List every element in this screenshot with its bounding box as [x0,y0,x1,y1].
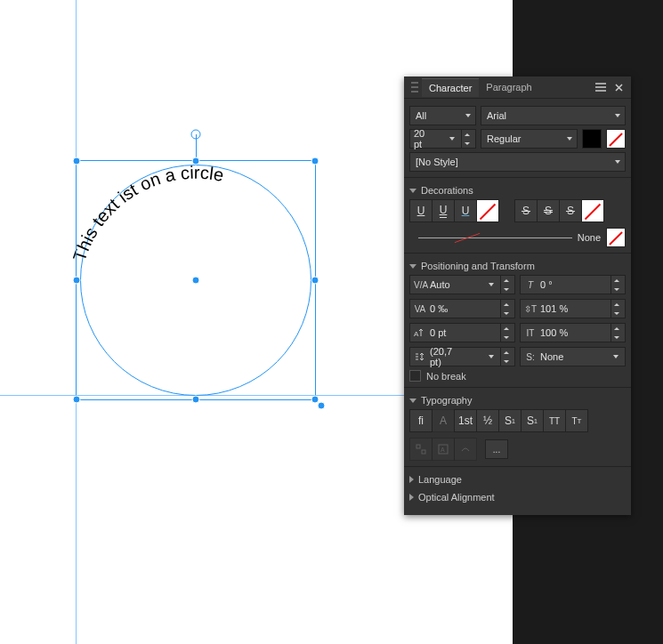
font-collection-dropdown[interactable]: All [409,106,476,125]
handle-bm[interactable] [192,396,200,404]
shear-field[interactable]: T0 ° [520,275,626,294]
handle-tr[interactable] [311,157,319,165]
double-strike-button[interactable]: S [537,199,560,222]
character-panel: Character Paragraph All Arial 20 pt Regu… [404,76,631,515]
subscript-button[interactable]: S1 [521,409,544,432]
section-positioning[interactable]: Positioning and Transform [409,261,626,271]
handle-tl[interactable] [73,157,81,165]
char-style-dropdown[interactable]: [No Style] [409,152,626,172]
no-break-checkbox[interactable] [409,370,421,382]
section-decorations[interactable]: Decorations [409,185,626,196]
decoration-preview [418,231,572,244]
underline-button[interactable]: U [409,199,433,222]
text-stroke-swatch[interactable] [606,129,626,149]
no-break-label: No break [426,371,466,382]
vscale-field[interactable]: IT100 % [520,323,626,342]
strike-button[interactable]: S [514,199,538,222]
hscale-field[interactable]: ⇳T101 % [520,299,626,318]
text-fill-swatch[interactable] [582,129,602,149]
handle-center[interactable] [192,277,200,285]
section-language[interactable]: Language [409,474,626,485]
opentype-3-button[interactable] [454,438,477,461]
fractions-button[interactable]: ½ [476,409,499,432]
svg-text:A: A [441,447,445,453]
more-typography-button[interactable]: ... [485,439,508,459]
allcaps-button[interactable]: TT [543,409,566,432]
handle-bl[interactable] [73,396,81,404]
font-style-dropdown[interactable]: Regular [481,129,578,149]
opentype-1-button[interactable] [409,438,433,461]
handle-ml[interactable] [73,277,81,285]
svg-rect-2 [416,445,420,448]
panel-grip-icon[interactable] [411,82,418,93]
opentype-2-button[interactable]: A [432,438,455,461]
svg-text:A: A [414,330,419,338]
tracking-field[interactable]: VA0 ‰ [409,299,515,318]
stylistic-alt-button[interactable]: A [432,409,455,432]
underline-none-swatch[interactable] [476,199,499,222]
smallcaps-button[interactable]: TT [565,409,588,432]
baseline-field[interactable]: A0 pt [409,323,515,342]
strike-alt-button[interactable]: S [559,199,582,222]
leading-field[interactable]: (20,7 pt) [409,347,515,366]
font-family-dropdown[interactable]: Arial [481,106,626,125]
handle-tm[interactable] [192,157,200,165]
strike-none-swatch[interactable] [581,199,604,222]
panel-body: All Arial 20 pt Regular [No Style] Decor… [404,99,631,515]
section-optical[interactable]: Optical Alignment [409,492,626,503]
handle-extra[interactable] [318,402,326,410]
handle-mr[interactable] [311,277,319,285]
decoration-color-swatch[interactable] [606,228,626,247]
svg-rect-3 [422,450,425,454]
ligatures-button[interactable]: fi [409,409,433,432]
ordinals-button[interactable]: 1st [454,409,477,432]
tab-character[interactable]: Character [422,78,479,97]
selection-box[interactable] [76,160,316,400]
panel-close-icon[interactable] [612,81,625,93]
panel-menu-icon[interactable] [594,81,607,93]
tab-paragraph[interactable]: Paragraph [479,78,538,96]
panel-header[interactable]: Character Paragraph [404,76,631,99]
kerning-field[interactable]: V/AAuto [409,275,515,294]
section-typography[interactable]: Typography [409,395,626,406]
decoration-style-label: None [578,232,601,243]
double-underline-button[interactable]: U [432,199,455,222]
font-size-field[interactable]: 20 pt [409,129,476,149]
underline-color-button[interactable]: U [454,199,477,222]
leading-override-field[interactable]: S:None [520,347,626,366]
superscript-button[interactable]: S1 [498,409,522,432]
